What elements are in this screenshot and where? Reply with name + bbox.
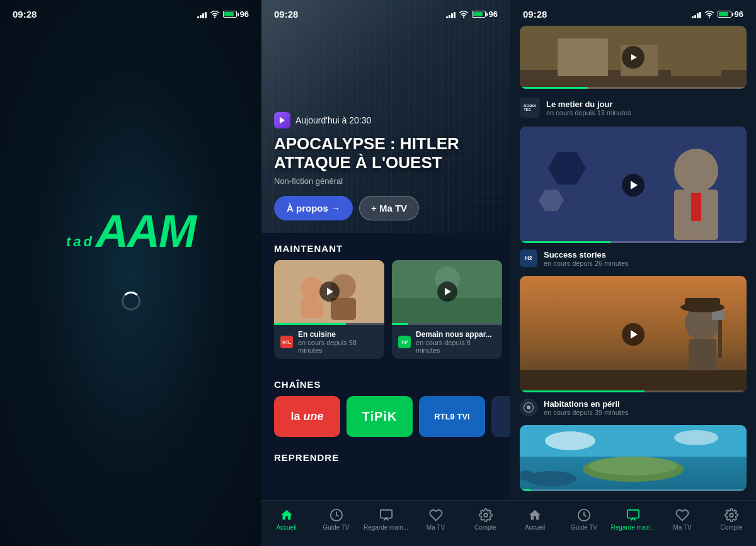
now-card-2[interactable]: TiP Demain nous appar... en cours depuis… — [392, 260, 502, 359]
program-item-metier[interactable]: ROBOITEC Le metier du jour en cours depu… — [520, 94, 747, 122]
hero-title: APOCALYPSE : HITLER ATTAQUE À L'OUEST — [274, 135, 498, 173]
svg-rect-31 — [685, 298, 720, 310]
mid-wifi-icon — [459, 11, 469, 18]
svg-rect-18 — [671, 51, 721, 76]
middle-status-bar: 09:28 96 — [261, 0, 510, 20]
clock-icon — [329, 508, 343, 522]
heart-icon — [429, 508, 443, 522]
apropos-button[interactable]: À propos → — [274, 196, 353, 220]
nav-compte[interactable]: Compte — [461, 506, 510, 533]
habitations-play[interactable] — [622, 323, 644, 346]
habitations-fill — [520, 390, 644, 392]
now-card-name-1: En cuisine — [298, 330, 378, 339]
now-programs-list: RTL En cuisine en cours depuis 58 minute… — [261, 260, 510, 369]
program-status-habitations: en cours depuis 39 minutes — [544, 409, 747, 416]
top-play-triangle — [631, 54, 637, 60]
now-card-text-2: Demain nous appar... en cours depuis 8 m… — [416, 330, 496, 354]
status-time-right: 09:28 — [523, 9, 547, 20]
battery-icon — [223, 11, 237, 18]
right-nav-compte[interactable]: Compte — [707, 506, 756, 533]
right-house-icon — [528, 508, 542, 522]
right-tv-icon — [626, 508, 640, 522]
top-video[interactable] — [520, 26, 747, 89]
nav-regarde[interactable]: Regarde main... — [361, 506, 411, 533]
svg-point-41 — [526, 471, 576, 486]
nav-guide-tv[interactable]: Guide TV — [311, 506, 361, 533]
island-progress — [520, 489, 747, 491]
habitations-play-triangle — [631, 330, 638, 339]
svg-rect-8 — [392, 298, 502, 323]
svg-point-38 — [674, 430, 718, 445]
program-name-success: Success stories — [544, 250, 747, 259]
play-icon-2 — [445, 288, 451, 295]
right-bottom-nav: Accueil Guide TV Regarde main... Ma TV — [510, 500, 756, 546]
nav-compte-label: Compte — [474, 524, 496, 531]
now-card-info-1: RTL En cuisine en cours depuis 58 minute… — [274, 325, 384, 359]
nav-accueil[interactable]: Accueil — [261, 506, 311, 533]
right-wifi-icon — [704, 11, 714, 18]
logo-text-small: tad — [66, 234, 94, 250]
now-card-thumb-1 — [274, 260, 384, 323]
robotec-icon: ROBOITEC — [520, 98, 540, 118]
success-bg — [520, 127, 747, 243]
mid-battery-level: 96 — [489, 9, 498, 19]
now-card-text-1: En cuisine en cours depuis 58 minutes — [298, 330, 378, 354]
svg-rect-4 — [301, 299, 323, 318]
program-name-habitations: Habitations en péril — [544, 399, 747, 409]
chain-tipik[interactable]: TiPiK — [346, 396, 413, 437]
status-time-mid: 09:28 — [274, 9, 298, 20]
program-item-habitations-info: Habitations en péril en cours depuis 39 … — [520, 395, 747, 420]
now-card-info-2: TiP Demain nous appar... en cours depuis… — [392, 325, 502, 359]
now-card-thumb-2 — [392, 260, 502, 323]
island-bg — [520, 425, 747, 491]
svg-rect-28 — [718, 314, 722, 358]
program-card-island[interactable] — [520, 425, 747, 491]
loading-spinner — [122, 292, 140, 310]
program-name-metier: Le metier du jour — [546, 100, 747, 109]
program-status-success: en cours depuis 26 minutes — [544, 259, 747, 267]
chain-la-une[interactable]: la une — [274, 396, 340, 437]
left-panel: 09:28 96 tad AAM — [0, 0, 261, 546]
broadcast-time: Aujourd'hui à 20:30 — [295, 115, 371, 125]
top-video-play[interactable] — [622, 46, 644, 69]
right-nav-regarde[interactable]: Regarde main... — [609, 506, 658, 533]
chain-rtl-tvi[interactable]: RTL9 TVI — [419, 396, 485, 437]
svg-point-37 — [545, 431, 595, 450]
mid-signal-icon — [446, 11, 455, 18]
matv-button[interactable]: + Ma TV — [359, 196, 419, 220]
program-info-success: Success stories en cours depuis 26 minut… — [544, 250, 747, 267]
program-info-habitations: Habitations en péril en cours depuis 39 … — [544, 399, 747, 416]
hero-buttons: À propos → + Ma TV — [274, 196, 498, 220]
play-overlay-2 — [437, 282, 457, 302]
mid-battery-icon — [472, 11, 486, 18]
signal-icon — [197, 11, 207, 18]
wifi-icon — [210, 11, 220, 18]
success-play[interactable] — [622, 174, 644, 196]
discovery-channel-icon — [520, 399, 537, 416]
left-status-icons: 96 — [197, 9, 249, 19]
right-nav-matv[interactable]: Ma TV — [658, 506, 707, 533]
now-card-1[interactable]: RTL En cuisine en cours depuis 58 minute… — [274, 260, 384, 359]
left-status-bar: 09:28 96 — [0, 0, 261, 20]
nav-matv[interactable]: Ma TV — [411, 506, 461, 533]
right-panel: 09:28 96 — [510, 0, 756, 546]
tadaam-logo: tad AAM — [66, 208, 195, 254]
right-nav-guide[interactable]: Guide TV — [559, 506, 609, 533]
right-signal-icon — [692, 11, 701, 18]
program-card-habitations[interactable] — [520, 276, 747, 392]
channel-logo-tipik: TiP — [398, 336, 411, 348]
chain-fourth[interactable]: C — [491, 396, 510, 437]
channel-badge-icon — [274, 112, 290, 128]
success-fill — [520, 241, 610, 243]
program-card-success[interactable] — [520, 127, 747, 243]
right-nav-accueil[interactable]: Accueil — [510, 506, 559, 533]
svg-point-40 — [589, 457, 677, 475]
discovery-logo — [523, 402, 534, 413]
chain-tipik-label: TiPiK — [362, 409, 398, 424]
svg-point-20 — [674, 149, 718, 193]
right-heart-icon — [675, 508, 689, 522]
right-nav-regarde-label: Regarde main... — [610, 524, 655, 531]
hero-content: Aujourd'hui à 20:30 APOCALYPSE : HITLER … — [274, 112, 498, 220]
top-video-progress — [520, 87, 747, 89]
now-section-title: MAINTENANT — [261, 233, 510, 260]
